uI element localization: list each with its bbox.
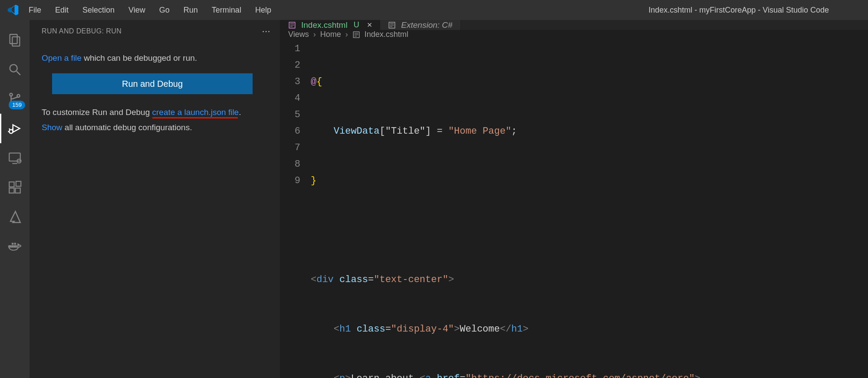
- tok: =: [431, 126, 448, 137]
- window-title: Index.cshtml - myFirstCoreApp - Visual S…: [648, 6, 864, 15]
- activity-docker[interactable]: [0, 232, 30, 261]
- tok: @: [311, 76, 316, 87]
- line-number: 7: [280, 140, 300, 156]
- svg-line-11: [9, 128, 10, 130]
- tok: class: [339, 274, 368, 285]
- tok: ;: [511, 126, 517, 137]
- tok: >: [448, 274, 454, 285]
- create-launch-json-link[interactable]: create a launch.json file: [152, 108, 239, 117]
- line-number: 4: [280, 90, 300, 107]
- svg-rect-18: [15, 188, 20, 193]
- activity-explorer[interactable]: [0, 25, 30, 55]
- line-number: 8: [280, 156, 300, 173]
- close-icon[interactable]: ×: [367, 20, 372, 30]
- line-number: 5: [280, 107, 300, 123]
- breadcrumb: Views › Home › Index.cshtml: [280, 30, 868, 39]
- tok: ": [689, 373, 694, 378]
- svg-rect-24: [14, 243, 16, 245]
- activity-search[interactable]: [0, 55, 30, 84]
- chevron-right-icon: ›: [313, 30, 316, 39]
- razor-file-icon: [352, 31, 360, 39]
- line-number: 1: [280, 41, 300, 57]
- svg-rect-13: [9, 153, 20, 161]
- menu-selection[interactable]: Selection: [76, 0, 122, 20]
- titlebar: File Edit Selection View Go Run Terminal…: [0, 0, 868, 20]
- tok: =: [460, 373, 465, 378]
- menu-go[interactable]: Go: [152, 0, 177, 20]
- sidebar-header: RUN AND DEBUG: RUN ···: [30, 20, 280, 43]
- activity-azure[interactable]: [0, 202, 30, 232]
- tok: Learn about: [351, 373, 419, 378]
- tok: [311, 373, 334, 378]
- svg-rect-17: [9, 188, 14, 193]
- menu-run[interactable]: Run: [177, 0, 205, 20]
- scm-badge: 159: [9, 101, 25, 109]
- tok: p: [339, 373, 345, 378]
- tok: >: [454, 324, 460, 335]
- editor-tabs: Index.cshtml U × Extension: C#: [280, 20, 868, 30]
- svg-rect-1: [12, 37, 20, 46]
- tok: "Home Page": [448, 126, 511, 137]
- tok: <: [311, 274, 316, 285]
- show-configs-text: all automatic debug configurations.: [62, 123, 192, 132]
- tok: ViewData: [334, 126, 380, 137]
- code-editor[interactable]: 1 2 3 4 5 6 7 8 9 @{ ViewData["Title"] =…: [280, 39, 868, 378]
- chevron-right-icon: ›: [345, 30, 348, 39]
- tok: https://docs.microsoft.com/aspnet/core: [471, 373, 689, 378]
- breadcrumb-views[interactable]: Views: [288, 30, 309, 39]
- menu-file[interactable]: File: [22, 0, 48, 20]
- sidebar-body: Open a file which can be debugged or run…: [30, 43, 280, 143]
- activity-bar: 159: [0, 20, 30, 378]
- tab-extension-csharp[interactable]: Extension: C#: [380, 20, 460, 30]
- line-number: 3: [280, 74, 300, 90]
- open-file-text: which can be debugged or run.: [82, 53, 197, 62]
- editor-area: Index.cshtml U × Extension: C# Views › H…: [280, 20, 868, 378]
- tok: <: [334, 324, 339, 335]
- menu-view[interactable]: View: [122, 0, 152, 20]
- activity-extensions[interactable]: [0, 173, 30, 202]
- sidebar-run-debug: RUN AND DEBUG: RUN ··· Open a file which…: [30, 20, 280, 378]
- tok: href: [437, 373, 460, 378]
- tok: <: [420, 373, 425, 378]
- menubar: File Edit Selection View Go Run Terminal…: [22, 0, 278, 20]
- sidebar-title: RUN AND DEBUG: RUN: [42, 27, 122, 35]
- code-content[interactable]: @{ ViewData["Title"] = "Home Page"; } <d…: [311, 41, 868, 378]
- tok: =: [385, 324, 391, 335]
- tok: {: [316, 76, 322, 87]
- tab-label: Extension: C#: [401, 20, 452, 30]
- menu-help[interactable]: Help: [248, 0, 278, 20]
- show-configs-link[interactable]: Show: [42, 123, 62, 132]
- tab-index-cshtml[interactable]: Index.cshtml U ×: [280, 20, 380, 30]
- svg-point-2: [10, 65, 17, 72]
- tok: a: [425, 373, 431, 378]
- tok: [311, 126, 334, 137]
- svg-point-4: [10, 93, 12, 96]
- breadcrumb-home[interactable]: Home: [320, 30, 341, 39]
- svg-rect-23: [12, 243, 13, 245]
- tok: [431, 373, 437, 378]
- menu-terminal[interactable]: Terminal: [205, 0, 248, 20]
- tok: h1: [511, 324, 523, 335]
- line-number: 9: [280, 173, 300, 189]
- open-file-link[interactable]: Open a file: [42, 53, 82, 62]
- tok: Welcome: [460, 324, 500, 335]
- menu-edit[interactable]: Edit: [48, 0, 76, 20]
- activity-run-debug[interactable]: [0, 114, 30, 143]
- tok: =: [368, 274, 374, 285]
- tok: "display-4": [391, 324, 454, 335]
- svg-rect-19: [16, 181, 21, 186]
- line-number: 6: [280, 123, 300, 140]
- activity-source-control[interactable]: 159: [0, 84, 30, 114]
- tok: "text-center": [374, 274, 448, 285]
- svg-line-3: [16, 71, 20, 75]
- run-and-debug-button[interactable]: Run and Debug: [52, 73, 253, 94]
- extension-icon: [388, 21, 397, 30]
- show-configs-line: Show all automatic debug configurations.: [42, 120, 268, 135]
- tok: class: [357, 324, 385, 335]
- more-actions-icon[interactable]: ···: [262, 26, 270, 37]
- tok: div: [316, 274, 334, 285]
- activity-remote-explorer[interactable]: [0, 143, 30, 173]
- razor-file-icon: [288, 21, 297, 30]
- breadcrumb-file[interactable]: Index.cshtml: [365, 30, 408, 39]
- tok: }: [311, 175, 316, 186]
